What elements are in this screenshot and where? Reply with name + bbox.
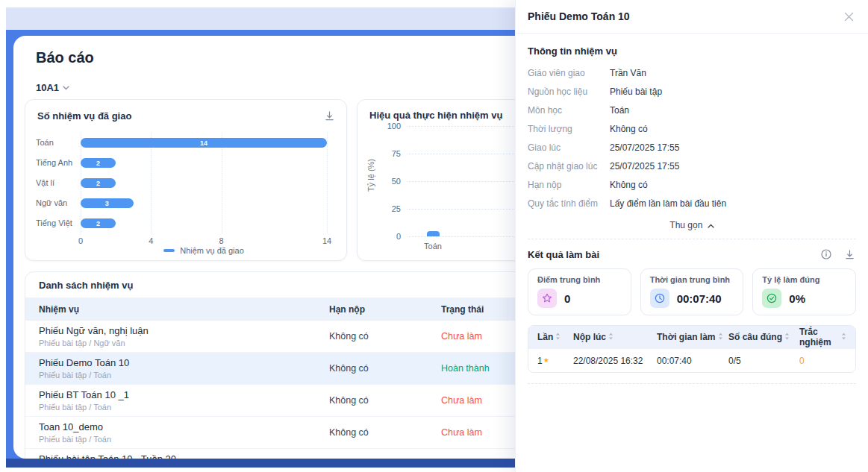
task-name: Phiếu bài tập Toán 10 - Tuần 20 (39, 453, 329, 459)
collapse-label: Thu gọn (669, 220, 702, 230)
results-heading: Kết quả làm bài (528, 249, 599, 260)
collapse-toggle[interactable]: Thu gọn (528, 213, 856, 239)
info-value: Lấy điểm lần làm bài đầu tiên (610, 195, 726, 213)
bar-value-label: 3 (105, 200, 109, 207)
bar: 3 (81, 198, 134, 208)
assignments-table-title: Danh sách nhiệm vụ (25, 272, 515, 298)
assigned-tasks-chart-card: Số nhiệm vụ đã giao Nhiệm vụ đã giao 048… (25, 99, 347, 261)
gridline (151, 133, 152, 233)
info-row: Giao lúc25/07/2025 17:55 (528, 139, 856, 157)
stat-label: Tỷ lệ làm đúng (762, 275, 846, 284)
stat-value: 0 (564, 292, 570, 305)
y-tick-label: 75 (357, 149, 401, 158)
column-label: Thời gian làm (657, 332, 716, 342)
task-deadline: Không có (329, 395, 441, 406)
class-selector-dropdown[interactable]: 10A1 (36, 82, 69, 93)
info-value: Trần Văn (610, 64, 646, 83)
table-row[interactable]: Phiếu BT Toán 10 _1Phiếu bài tập / ToánK… (25, 385, 515, 417)
info-row: Quy tắc tính điểmLấy điểm lần làm bài đầ… (528, 195, 856, 213)
bar-category-label: Vật lí (36, 178, 79, 187)
table-row[interactable]: Phiếu bài tập Toán 10 - Tuần 20Phiếu bài… (25, 449, 515, 459)
stat-card: Tỷ lệ làm đúng0% (752, 268, 856, 315)
results-info-button[interactable] (819, 248, 833, 261)
results-table: LầnNộp lúcThời gian làmSố câu đúngTrắc n… (528, 325, 856, 373)
y-tick-label: 50 (357, 177, 401, 186)
bar-value-label: 2 (96, 180, 100, 187)
task-source: Phiếu bài tập / Toán (39, 403, 329, 412)
task-efficiency-chart-card: Hiệu quả thực hiện nhiệm vụ Tỷ lệ (%) 02… (357, 99, 515, 261)
download-icon (845, 250, 855, 259)
legend-label: Nhiệm vụ đã giao (180, 246, 244, 255)
results-table-row[interactable]: 1★22/08/2025 16:3200:07:400/50 (528, 348, 855, 372)
sort-icon (784, 332, 790, 342)
info-row: Thời lượngKhông có (528, 120, 856, 139)
column-header-deadline: Hạn nộp (329, 304, 441, 315)
y-tick-label: 100 (357, 122, 401, 130)
x-tick-label: 14 (322, 236, 331, 245)
sort-icon (841, 332, 846, 342)
bar: 2 (81, 218, 116, 228)
task-detail-drawer: Phiếu Demo Toán 10 Thông tin nhiệm vụ Gi… (515, 0, 868, 472)
task-name: Toan 10_demo (39, 421, 329, 432)
results-column-header[interactable]: Trắc nghiệm (799, 327, 846, 347)
bar-plot-area: 142232 (81, 133, 327, 233)
info-icon (821, 249, 831, 259)
table-row[interactable]: Phiếu Ngữ văn, nghị luậnPhiếu bài tập / … (25, 321, 515, 353)
gridline (222, 133, 222, 233)
star-icon: ★ (543, 356, 549, 364)
table-row[interactable]: Phiếu Demo Toán 10Phiếu bài tập / ToánKh… (25, 353, 515, 385)
correct-count-cell: 0/5 (728, 356, 799, 366)
results-section-header: Kết quả làm bài (528, 239, 856, 268)
task-name: Phiếu Demo Toán 10 (39, 357, 329, 368)
bar-category-label: Ngữ văn (36, 198, 79, 207)
x-tick-label: 8 (219, 236, 224, 245)
results-column-header[interactable]: Số câu đúng (728, 332, 799, 342)
column-header-status: Trạng thái (441, 304, 515, 315)
task-name-cell: Phiếu Ngữ văn, nghị luậnPhiếu bài tập / … (39, 325, 329, 347)
task-info-heading: Thông tin nhiệm vụ (528, 45, 856, 57)
task-name-cell: Phiếu BT Toán 10 _1Phiếu bài tập / Toán (39, 389, 329, 412)
info-value: Không có (610, 120, 648, 139)
app-top-band (6, 7, 515, 30)
bar-category-label: Tiếng Anh (36, 158, 79, 167)
bar: 14 (81, 138, 327, 148)
dashed-divider (528, 383, 856, 384)
info-label: Quy tắc tính điểm (528, 195, 610, 213)
x-tick-label: 4 (149, 236, 153, 245)
app-bottom-bar (6, 459, 515, 468)
info-value: 25/07/2025 17:55 (610, 139, 679, 157)
duration-cell: 00:07:40 (657, 356, 728, 366)
sort-icon (718, 332, 723, 342)
info-row: Cập nhật giao lúc25/07/2025 17:55 (528, 157, 856, 176)
task-name: Phiếu BT Toán 10 _1 (39, 389, 329, 400)
bar-value-label: 14 (200, 139, 207, 147)
results-column-header[interactable]: Lần (537, 332, 573, 342)
legend-swatch (163, 249, 175, 252)
assignments-table-card: Danh sách nhiệm vụ Nhiệm vụ Hạn nộp Trạn… (25, 271, 515, 459)
x-tick-label: 0 (78, 236, 83, 245)
gridline (408, 209, 515, 210)
info-row: Môn họcToán (528, 101, 856, 120)
y-tick-label: 25 (357, 204, 401, 213)
bar-category-label: Toán (36, 138, 79, 147)
attempt-cell: 1★ (537, 356, 573, 366)
info-label: Cập nhật giao lúc (528, 157, 610, 176)
download-results-button[interactable] (843, 248, 856, 261)
info-row: Nguồn học liệuPhiếu bài tập (528, 83, 856, 101)
chart-title: Hiệu quả thực hiện nhiệm vụ (369, 110, 502, 121)
close-drawer-button[interactable] (843, 11, 855, 22)
stat-value: 0% (789, 292, 805, 305)
chart-legend: Nhiệm vụ đã giao (81, 246, 327, 255)
chart-title: Số nhiệm vụ đã giao (37, 110, 131, 122)
task-name: Phiếu Ngữ văn, nghị luận (39, 325, 329, 336)
results-column-header[interactable]: Nộp lúc (573, 332, 657, 342)
stat-label: Điểm trung bình (537, 275, 622, 284)
results-stats-row: Điểm trung bình0Thời gian trung bình00:0… (528, 268, 856, 315)
close-icon (843, 11, 855, 22)
results-column-header[interactable]: Thời gian làm (657, 332, 728, 342)
table-row[interactable]: Toan 10_demoPhiếu bài tập / ToánKhông có… (25, 417, 515, 449)
info-label: Môn học (528, 101, 610, 120)
stat-card: Thời gian trung bình00:07:40 (640, 268, 744, 315)
download-chart-button[interactable] (323, 110, 336, 122)
task-name-cell: Phiếu Demo Toán 10Phiếu bài tập / Toán (39, 357, 329, 380)
